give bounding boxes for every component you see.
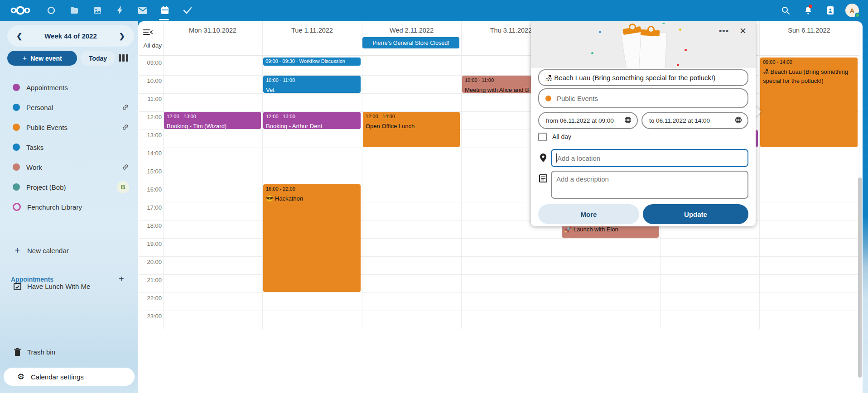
collapse-sidebar-icon[interactable] — [143, 29, 153, 37]
grid-column-line — [163, 21, 164, 329]
avatar[interactable]: A — [845, 4, 859, 17]
sidebar-calendar-item[interactable]: Public Events — [0, 117, 138, 137]
event-time: 12:00 - 14:00 — [366, 114, 457, 119]
activity-icon[interactable] — [114, 5, 126, 16]
appointment-config-item[interactable]: Have Lunch With Me — [0, 276, 138, 296]
photos-icon[interactable] — [92, 5, 103, 16]
close-icon[interactable]: ✕ — [736, 24, 750, 38]
contacts-icon[interactable] — [825, 5, 836, 16]
calendar-event[interactable]: 12:00 - 14:00Open Office Lunch — [363, 112, 460, 147]
grid-column-line — [759, 21, 760, 329]
share-link-icon[interactable] — [122, 104, 129, 111]
next-week-button[interactable]: ❯ — [116, 31, 128, 41]
gear-icon: ⚙ — [16, 372, 25, 382]
calendar-event[interactable]: 10:00 - 11:00Vet — [263, 76, 361, 93]
all-day-checkbox-row[interactable]: All day — [538, 132, 571, 142]
calendar-name: Project (Bob) — [26, 183, 66, 191]
day-header: Wed 2.11.2022 — [362, 21, 461, 39]
sidebar-calendar-item[interactable]: Appointments — [0, 77, 138, 97]
grid-hour-line — [139, 274, 859, 275]
owner-avatar: B — [117, 181, 129, 193]
event-title: Booking - Tim (Wizard) — [167, 122, 258, 129]
online-status-dot — [855, 13, 860, 18]
notification-dot — [809, 5, 812, 8]
new-calendar-button[interactable]: + New calendar — [0, 240, 138, 260]
view-selector-icon[interactable] — [119, 53, 130, 62]
week-navigation: ❮ Week 44 of 2022 ❯ — [7, 25, 134, 47]
event-time: 12:00 - 13:00 — [167, 114, 258, 119]
text-caret — [556, 153, 557, 163]
grid-hour-line — [139, 238, 859, 239]
description-textarea[interactable]: Add a description — [551, 171, 748, 199]
event-time: 09:00 - 14:00 — [763, 59, 855, 65]
event-title: Booking - Arthur Dent — [266, 122, 358, 129]
today-button[interactable]: Today — [81, 51, 115, 66]
nextcloud-logo-icon[interactable] — [10, 5, 31, 18]
calendar-name: Personal — [26, 104, 53, 111]
all-day-event[interactable]: Pierre's General Store Closed! — [362, 37, 459, 48]
end-datetime-picker[interactable]: to 06.11.2022 at 14:00 — [641, 112, 748, 129]
grid-column-line — [362, 21, 362, 329]
sidebar: ❮ Week 44 of 2022 ❯ + New event Today Ap… — [0, 21, 138, 393]
start-datetime-picker[interactable]: from 06.11.2022 at 09:00 — [538, 112, 638, 129]
notifications-bell-icon[interactable] — [802, 5, 814, 16]
calendar-name: Fenchurch Library — [27, 203, 82, 211]
calendar-event[interactable]: 12:00 - 13:00Booking - Tim (Wizard) — [164, 112, 261, 129]
calendar-event[interactable]: 16:00 - 22:00😎 Hackathon — [263, 184, 361, 292]
calendar-app-icon[interactable] — [159, 5, 171, 16]
timezone-globe-icon[interactable] — [735, 116, 742, 125]
new-event-label: New event — [30, 55, 62, 62]
files-icon[interactable] — [68, 5, 80, 16]
start-datetime-value: from 06.11.2022 at 09:00 — [546, 117, 614, 124]
sidebar-calendar-item[interactable]: Personal — [0, 97, 138, 117]
active-app-indicator — [159, 19, 169, 20]
sidebar-calendar-item[interactable]: Project (Bob)B — [0, 177, 138, 197]
more-button[interactable]: More — [538, 204, 639, 224]
all-day-checkbox[interactable] — [538, 133, 547, 141]
location-pin-icon — [540, 153, 546, 162]
new-event-button[interactable]: + New event — [7, 51, 77, 66]
calendar-color-dot — [13, 124, 20, 131]
sidebar-calendar-item[interactable]: Tasks — [0, 137, 138, 157]
dashboard-icon[interactable] — [45, 5, 57, 16]
vertical-scrollbar[interactable] — [858, 177, 862, 378]
sidebar-calendar-item[interactable]: Work — [0, 157, 138, 177]
calendar-color-dot — [13, 163, 20, 171]
calendar-color-dot — [13, 183, 20, 191]
calendar-event[interactable]: 12:00 - 13:00Booking - Arthur Dent — [263, 112, 361, 129]
mail-icon[interactable] — [137, 5, 149, 16]
end-datetime-value: to 06.11.2022 at 14:00 — [649, 117, 710, 124]
previous-week-button[interactable]: ❮ — [14, 31, 25, 41]
event-title-input[interactable]: 🏖 Beach Luau (Bring something special fo… — [538, 69, 748, 86]
top-bar: A — [0, 0, 868, 21]
plus-icon: + — [22, 54, 27, 63]
app-window: A ❮ Week 44 of 2022 ❯ + New event Today … — [0, 0, 868, 393]
event-editor-popup: ••• ✕ 🏖 Beach Luau (Bring something spec… — [531, 20, 756, 226]
calendar-name: Tasks — [26, 144, 43, 151]
trash-bin-item[interactable]: Trash bin — [0, 342, 138, 362]
calendar-color-dot — [13, 144, 20, 151]
event-time: 10:00 - 11:00 — [266, 77, 358, 83]
calendar-color-dot — [13, 104, 20, 111]
share-link-icon[interactable] — [122, 163, 129, 171]
location-input[interactable]: Add a location — [551, 149, 748, 167]
timezone-globe-icon[interactable] — [624, 116, 632, 125]
search-icon[interactable] — [780, 5, 791, 16]
settings-label: Calendar settings — [31, 373, 84, 381]
sidebar-calendar-item[interactable]: Fenchurch Library — [0, 197, 138, 217]
calendar-event[interactable]: 09:00 - 09:30 - Workflow Discussion — [263, 58, 361, 66]
grid-column-line — [262, 21, 263, 329]
appointment-calendar-icon — [13, 283, 22, 290]
plus-icon: + — [13, 245, 22, 256]
popup-more-actions-icon[interactable]: ••• — [716, 24, 732, 38]
calendar-select[interactable]: Public Events — [538, 88, 748, 108]
event-title: 😎 Hackathon — [266, 194, 358, 203]
calendar-event[interactable]: 09:00 - 14:00🏖 Beach Luau (Bring somethi… — [760, 58, 858, 147]
calendar-color-dot — [545, 96, 551, 101]
calendar-settings-button[interactable]: ⚙ Calendar settings — [4, 368, 135, 386]
tasks-icon[interactable] — [182, 5, 193, 16]
update-button[interactable]: Update — [643, 204, 748, 224]
calendar-name: Work — [26, 163, 42, 171]
grid-hour-line — [139, 311, 859, 311]
share-link-icon[interactable] — [122, 124, 129, 131]
